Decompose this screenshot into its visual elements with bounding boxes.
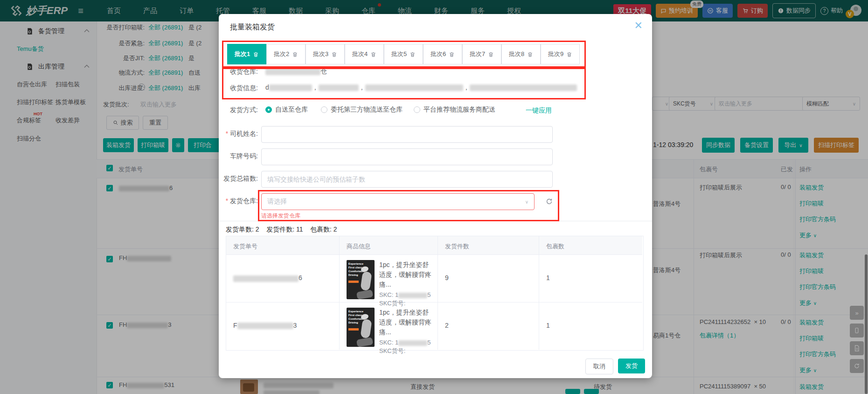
ship-warehouse-label: 发货仓库:: [219, 197, 258, 205]
batch-tab-4[interactable]: 批次4: [345, 44, 384, 64]
ship-method-label: 发货方式:: [219, 106, 258, 114]
radio-third-party[interactable]: 委托第三方物流送至仓库: [321, 106, 403, 114]
modal-order-suffix: 3: [293, 322, 297, 329]
radio-on-icon: [265, 106, 272, 113]
recv-info-redacted: d，，，: [265, 84, 577, 92]
refresh-warehouse-icon[interactable]: [545, 197, 553, 205]
radio-label: 自送至仓库: [275, 106, 308, 114]
batch-tab-2[interactable]: 批次2: [266, 44, 306, 64]
trash-icon[interactable]: [253, 51, 259, 57]
recv-warehouse-suffix: 仓: [320, 67, 327, 75]
trash-icon[interactable]: [527, 51, 533, 57]
product-cell: Experience First class Comfortable Drivi…: [347, 308, 435, 355]
modal-pkgs-cell: 1: [546, 322, 550, 329]
app-screen: 妙手ERP ≡ 首页 产品 订单 托管 客服 数据 采购 仓库 物流 财务 服务…: [0, 0, 868, 394]
plate-number-label: 车牌号码:: [219, 152, 258, 161]
driver-name-input[interactable]: [261, 126, 553, 143]
packages-count: 2: [333, 225, 337, 233]
batch-tab-5[interactable]: 批次5: [384, 44, 423, 64]
modal-col-qty: 发货件数: [445, 242, 469, 251]
product-image: Experience First class Comfortable Drivi…: [347, 308, 375, 347]
batch-tab-8[interactable]: 批次8: [501, 44, 541, 64]
modal-title: 批量装箱发货: [230, 22, 275, 32]
batch-tab-6[interactable]: 批次6: [423, 44, 462, 64]
batch-tab-label: 批次4: [352, 50, 368, 58]
batch-tab-label: 批次9: [548, 50, 563, 58]
batch-tab-label: 批次5: [391, 50, 407, 58]
cancel-button[interactable]: 取消: [585, 359, 613, 374]
pieces-count-label: 发货件数:: [266, 225, 294, 233]
trash-icon[interactable]: [370, 51, 376, 57]
ship-warehouse-error: 请选择发货仓库: [261, 212, 300, 220]
batch-tab-label: 批次3: [313, 50, 328, 58]
batch-tab-label: 批次1: [235, 50, 250, 58]
product-image-text: Driving: [348, 321, 358, 324]
ship-warehouse-placeholder: 请选择: [267, 197, 287, 206]
close-icon[interactable]: ✕: [634, 20, 643, 32]
batch-tab-9[interactable]: 批次9: [541, 44, 580, 64]
pieces-count: 11: [296, 225, 303, 233]
trash-icon[interactable]: [566, 51, 572, 57]
modal-col-order-no: 发货单号: [233, 242, 257, 251]
product-image-text: Experience: [348, 310, 363, 313]
batch-tab-3[interactable]: 批次3: [306, 44, 345, 64]
column-divider: [437, 236, 438, 350]
skc-line: SKC: 15: [379, 291, 435, 298]
skc-suffix: 5: [427, 291, 431, 298]
radio-off-icon: [414, 106, 420, 113]
batch-tab-1[interactable]: 批次1: [227, 44, 266, 64]
modal-qty-cell: 2: [445, 322, 449, 329]
total-boxes-input[interactable]: [261, 171, 553, 188]
modal-table-header: [226, 236, 642, 255]
batch-tab-label: 批次7: [470, 50, 485, 58]
recv-info-prefix: d: [265, 84, 269, 91]
chevron-down-icon: ∨: [525, 199, 528, 204]
modal-order-prefix: F: [233, 322, 237, 329]
radio-self-delivery[interactable]: 自送至仓库: [265, 106, 308, 114]
batch-tab-label: 批次8: [509, 50, 524, 58]
skc-suffix: 5: [427, 339, 431, 346]
trash-icon[interactable]: [488, 51, 494, 57]
product-image-text: Experience: [348, 262, 363, 266]
trash-icon[interactable]: [331, 51, 337, 57]
product-image-text: First class: [348, 266, 362, 269]
skc-no-line: SKC货号:: [379, 299, 435, 308]
product-cell: Experience First class Comfortable Drivi…: [347, 260, 435, 308]
batch-ship-modal: 批量装箱发货 ✕ 批次1 批次2 批次3 批次4 批次5 批次6 批次7 批次8…: [219, 14, 652, 378]
ship-warehouse-select[interactable]: 请选择 ∨: [261, 193, 535, 210]
modal-order-redacted: F3: [233, 322, 297, 329]
radio-platform-logistics[interactable]: 平台推荐物流服务商配送: [414, 106, 495, 114]
orders-count: 2: [256, 225, 259, 233]
one-key-apply-link[interactable]: 一键应用: [526, 106, 552, 115]
trash-icon[interactable]: [410, 51, 416, 57]
recv-warehouse-redacted: 仓: [265, 67, 327, 76]
product-image-text: First class: [348, 314, 362, 317]
modal-col-pkgs: 包裹数: [546, 242, 564, 251]
modal-qty-cell: 9: [445, 274, 449, 281]
modal-order-suffix: 6: [299, 274, 302, 281]
product-image: Experience First class Comfortable Drivi…: [347, 260, 375, 299]
column-divider: [339, 236, 340, 350]
trash-icon[interactable]: [292, 51, 298, 57]
orders-count-label: 发货单数:: [226, 225, 254, 233]
skc-no-line: SKC货号:: [379, 347, 435, 355]
stats-row: 发货单数: 2 发货件数: 11 包裹数: 2: [226, 225, 337, 234]
batch-tab-7[interactable]: 批次7: [462, 44, 501, 64]
modal-order-redacted: 6: [233, 274, 302, 282]
divider: [219, 221, 652, 221]
skc-label: SKC:: [379, 339, 393, 346]
skc-label: SKC:: [379, 291, 393, 298]
column-divider: [539, 236, 539, 350]
modal-pkgs-cell: 1: [546, 274, 550, 281]
plate-number-input[interactable]: [261, 148, 553, 165]
product-image-text: Driving: [348, 274, 358, 277]
product-desc: 1pc，提升坐姿舒适度，缓解腰背疼痛...: [379, 260, 435, 289]
product-desc: 1pc，提升坐姿舒适度，缓解腰背疼痛...: [379, 308, 435, 337]
modal-col-product: 商品信息: [347, 242, 371, 251]
total-boxes-label: 发货总箱数:: [219, 175, 258, 183]
recv-warehouse-label: 收货仓库:: [230, 68, 258, 76]
packages-count-label: 包裹数:: [310, 225, 332, 233]
radio-label: 平台推荐物流服务商配送: [424, 106, 495, 114]
trash-icon[interactable]: [449, 51, 455, 57]
submit-ship-button[interactable]: 发货: [618, 359, 645, 373]
